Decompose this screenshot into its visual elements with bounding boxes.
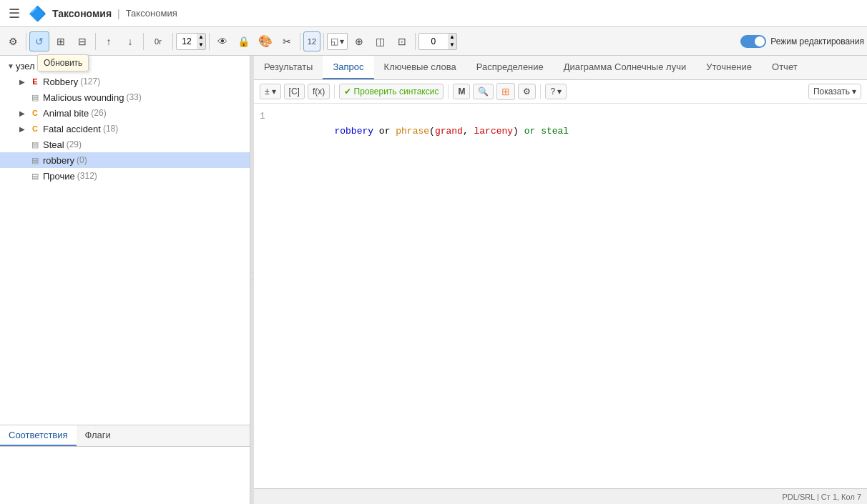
down-arrow-icon: ↓ [128,36,133,47]
status-bar: PDL/SRL | Ст 1, Кол 7 [254,488,867,504]
tab-sunburst[interactable]: Диаграмма Солнечные лучи [554,56,696,79]
tree-node-animal-bite[interactable]: ▶ C Animal bite (26) [0,105,250,121]
fatal-accident-expand-icon[interactable]: ▶ [17,124,27,134]
toolbar-right: Режим редактирования [740,35,864,48]
color-button[interactable]: 🎨 [255,31,275,51]
zero-input[interactable] [419,34,448,49]
doc-icon-malicious: ▤ [29,92,41,103]
line-numbers: 1 [260,109,265,124]
tab-distribution[interactable]: Распределение [466,56,554,79]
cut-button[interactable]: ✂ [277,31,297,51]
toolbar-sep-3 [143,33,144,50]
move-down-button[interactable]: ↓ [120,31,140,51]
app-name: Таксономия [52,8,112,19]
root-expand-icon[interactable]: ▼ [6,61,16,71]
remove-node-icon: ⊟ [78,36,87,47]
editor-toolbar: ± ▾ [С] f(x) ✔ Проверить синтаксис M 🔍 [254,80,867,104]
main-layout: ▼ узел (535) ▶ E Robbery (127) ▶ ▤ Malic… [0,56,867,504]
help-group: ? ▾ [545,84,567,99]
tab-results[interactable]: Результаты [254,56,323,79]
zero-spin-buttons[interactable]: ▲ ▼ [448,34,456,49]
doc-icon-steal: ▤ [29,139,41,150]
type-c-icon-animal: C [29,107,41,119]
code-editor[interactable]: 1 robbery or phrase(grand, larceny) or s… [254,104,867,488]
hamburger-button[interactable]: ☰ [6,4,23,23]
type-c-icon-fatal: C [29,123,41,134]
tree-node-fatal-accident[interactable]: ▶ C Fatal accident (18) [0,121,250,137]
check-syntax-button[interactable]: ✔ Проверить синтаксис [339,84,444,99]
color-icon: 🎨 [258,34,273,48]
toolbar-sep-2 [95,33,96,50]
add-node-icon: ⊞ [57,36,65,47]
zero-input-group[interactable]: ▲ ▼ [418,33,457,50]
doc-icon-prochie: ▤ [29,170,41,182]
tree-node-robbery[interactable]: ▶ E Robbery (127) [0,74,250,89]
robbery-expand-icon[interactable]: ▶ [17,76,27,87]
tabs-bar: Результаты Запрос Ключевые слова Распред… [254,56,867,80]
lock-icon: 🔒 [237,36,250,47]
tab-report[interactable]: Отчет [762,56,808,79]
tab-flags[interactable]: Флаги [77,425,119,446]
toggle-track[interactable] [740,35,766,48]
zero-r-button[interactable]: 0r [147,31,170,51]
grid-icon: ⊞ [501,86,510,97]
insert-group: ± ▾ [260,84,281,99]
show-button[interactable]: Показать ▾ [808,84,861,99]
m-button[interactable]: M [453,84,470,99]
spin-up-button[interactable]: ▲ [197,34,205,41]
dropdown-btn-1[interactable]: ◱ ▾ [327,33,348,50]
tree-area[interactable]: ▼ узел (535) ▶ E Robbery (127) ▶ ▤ Malic… [0,56,250,425]
edit-mode-toggle[interactable]: Режим редактирования [740,35,864,48]
zero-spin-down[interactable]: ▼ [448,41,456,49]
tree-node-robbery-selected[interactable]: ▶ ▤ robbery (0) [0,152,250,168]
code-token-paren-close: ) [513,126,524,137]
refresh-icon: ↺ [35,36,44,47]
remove-node-button[interactable]: ⊟ [72,31,92,51]
code-token-paren-open: ( [429,126,435,137]
insert-button[interactable]: ± ▾ [260,84,281,99]
func-button[interactable]: f(x) [308,84,330,99]
lock-button[interactable]: 🔒 [234,31,254,51]
tab-keywords[interactable]: Ключевые слова [374,56,466,79]
refresh-button[interactable]: ↺ [29,31,49,51]
eye-button[interactable]: 👁 [212,31,232,51]
zero-spin-up[interactable]: ▲ [448,34,456,41]
editor-settings-button[interactable]: ⚙ [518,84,536,99]
title-bar: ☰ 🔷 Таксономия | Таксономия [0,0,867,27]
number-input-group[interactable]: ▲ ▼ [176,33,206,50]
spin-buttons[interactable]: ▲ ▼ [197,34,205,49]
tree-node-prochie[interactable]: ▶ ▤ Прочие (312) [0,168,250,184]
status-text: PDL/SRL | Ст 1, Кол 7 [782,493,861,501]
toggle-thumb [755,36,765,46]
animal-bite-expand-icon[interactable]: ▶ [17,108,27,118]
settings-icon: ⚙ [9,36,18,47]
move-up-button[interactable]: ↑ [99,31,119,51]
doc-name: Таксономия [126,8,177,19]
toolbar-btn-add2[interactable]: ⊕ [349,31,369,51]
left-panel: ▼ узел (535) ▶ E Robbery (127) ▶ ▤ Malic… [0,56,250,504]
toggle-label: Режим редактирования [770,36,864,46]
search-icon: 🔍 [478,87,489,97]
toolbar-btn-grid[interactable]: ◫ [371,31,391,51]
search-button[interactable]: 🔍 [473,84,494,99]
settings-button[interactable]: ⚙ [3,31,23,51]
tab-refinement[interactable]: Уточнение [696,56,762,79]
tree-node-malicious-wounding[interactable]: ▶ ▤ Malicious wounding (33) [0,89,250,105]
help-button[interactable]: ? ▾ [545,84,567,99]
tab-matches[interactable]: Соответствия [0,425,77,446]
add-node-button[interactable]: ⊞ [51,31,71,51]
type-e-icon: E [29,76,41,87]
tree-node-steal[interactable]: ▶ ▤ Steal (29) [0,137,250,152]
tab-query[interactable]: Запрос [323,56,373,79]
toolbar-btn-box[interactable]: ⊡ [392,31,412,51]
spin-down-button[interactable]: ▼ [197,41,205,49]
editor-settings-icon: ⚙ [523,87,531,97]
editor-sep-2 [448,84,449,99]
grid-button[interactable]: ⊞ [496,83,515,100]
code-token-space [535,126,541,137]
num-badge-button[interactable]: 12 [303,31,320,51]
bracket-button[interactable]: [С] [284,84,305,99]
number-input[interactable] [177,34,197,49]
up-arrow-icon: ↑ [107,36,112,47]
code-token-or2: or [524,126,536,137]
